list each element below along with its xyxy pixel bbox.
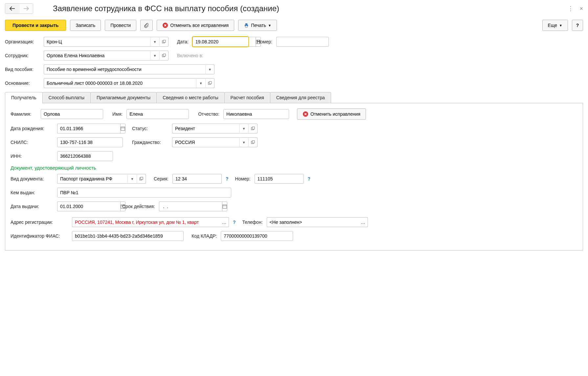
benefit-type-field[interactable]: ▼: [44, 64, 215, 74]
benefit-type-input[interactable]: [44, 64, 205, 74]
basis-input[interactable]: [44, 78, 196, 88]
basis-field[interactable]: ▼: [44, 78, 215, 88]
more-label: Еще: [548, 23, 557, 28]
date-label: Дата:: [177, 39, 189, 44]
status-input[interactable]: [172, 124, 239, 133]
nav-forward-button[interactable]: [19, 4, 33, 13]
svg-rect-20: [252, 141, 255, 143]
open-icon[interactable]: [248, 124, 258, 133]
print-button[interactable]: Печать ▼: [238, 20, 277, 31]
lastname-label: Фамилия:: [11, 111, 37, 117]
submit-and-close-button[interactable]: Провести и закрыть: [5, 20, 66, 31]
help-icon[interactable]: ?: [224, 176, 230, 181]
snils-input[interactable]: [57, 137, 123, 147]
tab-recipient[interactable]: Получатель: [5, 92, 43, 103]
fias-input[interactable]: [72, 231, 184, 241]
employee-field[interactable]: ▼: [44, 51, 169, 60]
date-input[interactable]: [192, 37, 256, 47]
dob-label: Дата рождения:: [11, 126, 53, 131]
open-icon[interactable]: [248, 137, 258, 147]
svg-rect-5: [163, 40, 166, 42]
cancel-all-corrections-button[interactable]: Отменить все исправления: [157, 20, 234, 31]
ellipsis-icon[interactable]: …: [359, 217, 368, 227]
doc-type-input[interactable]: [57, 174, 127, 184]
kladr-label: Код КЛАДР:: [192, 233, 217, 239]
tab-workplace-info[interactable]: Сведения о месте работы: [156, 92, 224, 103]
tab-bar: Получатель Способ выплаты Прилагаемые до…: [5, 92, 583, 103]
issue-date-field[interactable]: [57, 201, 113, 211]
series-input[interactable]: [172, 174, 222, 184]
included-in-label: Включено в:: [177, 53, 203, 58]
calendar-icon[interactable]: [222, 201, 227, 211]
open-icon[interactable]: [159, 37, 169, 47]
middlename-input[interactable]: [223, 109, 289, 119]
doc-number-input[interactable]: [255, 174, 304, 184]
kladr-input[interactable]: [221, 231, 293, 241]
status-field[interactable]: ▼: [172, 124, 258, 133]
dropdown-icon[interactable]: ▼: [127, 174, 137, 184]
dob-input[interactable]: [57, 124, 120, 133]
tab-content-recipient: Фамилия: Имя: Отчество: Отменить исправл…: [5, 103, 583, 250]
issue-date-input[interactable]: [57, 201, 120, 211]
dropdown-icon[interactable]: ▼: [205, 64, 215, 74]
lastname-input[interactable]: [41, 109, 103, 119]
address-field[interactable]: …: [72, 217, 229, 227]
org-input[interactable]: [44, 37, 150, 47]
ellipsis-icon[interactable]: …: [220, 217, 229, 227]
open-icon[interactable]: [137, 174, 146, 184]
open-icon[interactable]: [159, 51, 169, 60]
help-icon[interactable]: ?: [306, 176, 312, 181]
date-field[interactable]: [192, 37, 248, 47]
svg-rect-11: [163, 54, 166, 56]
citizenship-label: Гражданство:: [132, 140, 168, 145]
phone-input[interactable]: [267, 217, 359, 227]
tab-payment-method[interactable]: Способ выплаты: [42, 92, 91, 103]
employee-input[interactable]: [44, 51, 150, 60]
close-icon[interactable]: ×: [579, 5, 583, 12]
svg-rect-13: [209, 82, 212, 84]
dropdown-icon[interactable]: ▼: [239, 137, 248, 147]
basis-label: Основание:: [5, 81, 41, 86]
expiry-input[interactable]: [159, 201, 222, 211]
phone-field[interactable]: …: [267, 217, 368, 227]
help-icon[interactable]: ?: [232, 220, 237, 225]
tab-registry-info[interactable]: Сведения для реестра: [270, 92, 331, 103]
dropdown-icon[interactable]: ▼: [239, 124, 248, 133]
kebab-menu-icon[interactable]: ⋮: [568, 5, 574, 12]
dob-field[interactable]: [57, 124, 113, 133]
tab-attached-docs[interactable]: Прилагаемые документы: [90, 92, 157, 103]
print-label: Печать: [251, 23, 266, 28]
doc-type-field[interactable]: ▼: [57, 174, 146, 184]
submit-button[interactable]: Провести: [105, 20, 136, 31]
attach-button[interactable]: [140, 20, 153, 31]
cancel-corrections-label: Отменить исправления: [310, 111, 360, 117]
number-label: Номер:: [257, 39, 272, 44]
tab-benefit-calc[interactable]: Расчет пособия: [224, 92, 270, 103]
cancel-corrections-button[interactable]: Отменить исправления: [297, 108, 366, 120]
dropdown-icon[interactable]: ▼: [150, 51, 159, 60]
more-button[interactable]: Еще ▼: [542, 20, 568, 31]
firstname-label: Имя:: [112, 111, 123, 117]
org-label: Организация:: [5, 39, 41, 44]
svg-rect-15: [121, 127, 125, 130]
firstname-input[interactable]: [126, 109, 189, 119]
expiry-field[interactable]: [159, 201, 215, 211]
citizenship-input[interactable]: [172, 137, 239, 147]
address-input[interactable]: [72, 217, 220, 227]
number-input[interactable]: [276, 37, 329, 47]
issued-by-input[interactable]: [57, 188, 231, 198]
address-label: Адрес регистрации:: [11, 220, 68, 225]
citizenship-field[interactable]: ▼: [172, 137, 258, 147]
save-button[interactable]: Записать: [70, 20, 101, 31]
dropdown-icon[interactable]: ▼: [150, 37, 159, 47]
help-button[interactable]: ?: [572, 20, 583, 31]
cancel-icon: [303, 111, 308, 117]
inn-input[interactable]: [57, 151, 113, 161]
nav-back-button[interactable]: [5, 4, 19, 13]
snils-label: СНИЛС:: [11, 140, 53, 145]
dropdown-icon[interactable]: ▼: [196, 78, 205, 88]
open-icon[interactable]: [205, 78, 215, 88]
doc-type-label: Вид документа:: [11, 176, 53, 181]
calendar-icon[interactable]: [120, 124, 125, 133]
org-field[interactable]: ▼: [44, 37, 169, 47]
